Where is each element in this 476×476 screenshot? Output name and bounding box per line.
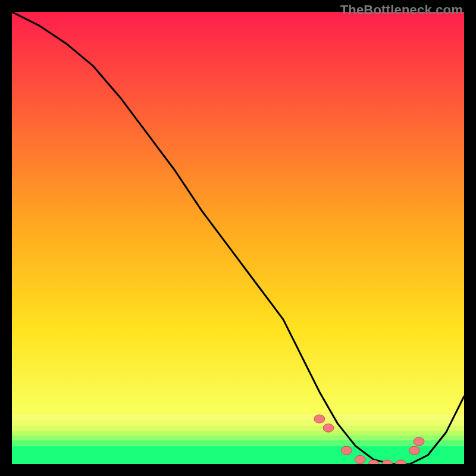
marker-point (341, 446, 352, 455)
green-band (12, 431, 464, 464)
svg-rect-0 (12, 414, 464, 420)
marker-point (414, 437, 424, 446)
marker-point (323, 424, 334, 432)
svg-rect-3 (12, 431, 464, 436)
svg-rect-5 (12, 440, 464, 446)
marker-point (355, 455, 365, 464)
svg-rect-2 (12, 426, 464, 431)
chart-frame (12, 12, 464, 464)
svg-rect-4 (12, 436, 464, 440)
yellow-band (12, 414, 464, 431)
marker-point (314, 415, 325, 423)
svg-rect-1 (12, 420, 464, 426)
watermark-text: TheBottleneck.com (340, 2, 463, 18)
marker-point (409, 446, 419, 455)
gradient-background (12, 12, 464, 464)
bottleneck-chart (12, 12, 464, 464)
